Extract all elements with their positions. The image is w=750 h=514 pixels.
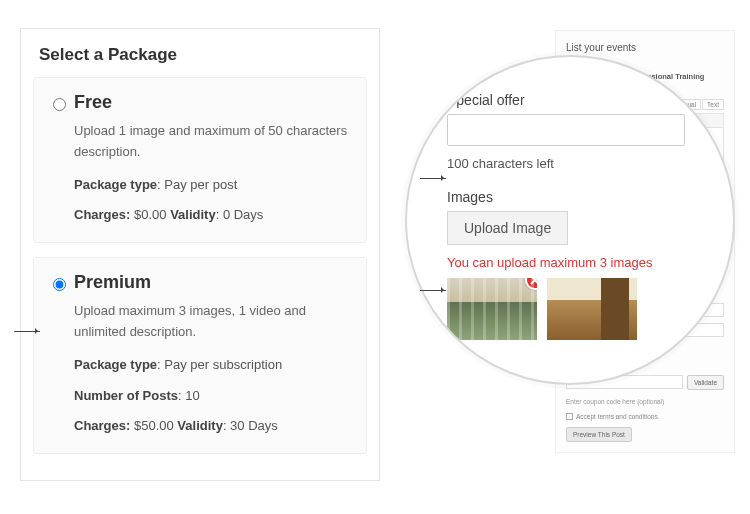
package-posts-row: Number of Posts: 10	[74, 386, 350, 407]
chars-left-hint: 100 characters left	[447, 156, 707, 171]
package-premium[interactable]: Premium Upload maximum 3 images, 1 video…	[33, 257, 367, 454]
pointer-arrow-icon	[420, 178, 446, 179]
bg-terms-label: Accept terms and conditions.	[576, 412, 659, 421]
special-offer-label: Special offer	[447, 92, 707, 108]
magnifier-lens: Special offer 100 characters left Images…	[405, 55, 735, 385]
upload-error-message: You can upload maximum 3 images	[447, 255, 707, 270]
image-thumbnail[interactable]	[547, 278, 637, 340]
package-free-radio[interactable]	[53, 98, 66, 111]
delete-image-icon[interactable]	[525, 278, 537, 290]
package-title: Free	[74, 92, 350, 113]
images-label: Images	[447, 189, 707, 205]
package-selection-card: Select a Package Free Upload 1 image and…	[20, 28, 380, 481]
package-type-row: Package type: Pay per post	[74, 175, 350, 196]
package-type-row: Package type: Pay per subscription	[74, 355, 350, 376]
package-price-row: Charges: $50.00 Validity: 30 Days	[74, 416, 350, 437]
special-offer-input[interactable]	[447, 114, 685, 146]
pointer-arrow-icon	[14, 331, 40, 332]
package-description: Upload 1 image and maximum of 50 charact…	[74, 121, 350, 163]
package-title: Premium	[74, 272, 350, 293]
package-free[interactable]: Free Upload 1 image and maximum of 50 ch…	[33, 77, 367, 243]
bg-validate-button: Validate	[687, 375, 724, 390]
bg-preview-button: Preview This Post	[566, 427, 632, 442]
bg-tab-text: Text	[702, 99, 724, 110]
card-heading: Select a Package	[33, 37, 367, 77]
package-price-row: Charges: $0.00 Validity: 0 Days	[74, 205, 350, 226]
upload-image-button[interactable]: Upload Image	[447, 211, 568, 245]
image-thumbnail[interactable]	[447, 278, 537, 340]
bg-coupon-hint: Enter coupon code here (optional)	[566, 397, 724, 406]
bg-terms-checkbox	[566, 413, 573, 420]
package-premium-radio[interactable]	[53, 278, 66, 291]
pointer-arrow-icon	[420, 290, 446, 291]
bg-title: List your events	[566, 41, 724, 55]
package-description: Upload maximum 3 images, 1 video and unl…	[74, 301, 350, 343]
